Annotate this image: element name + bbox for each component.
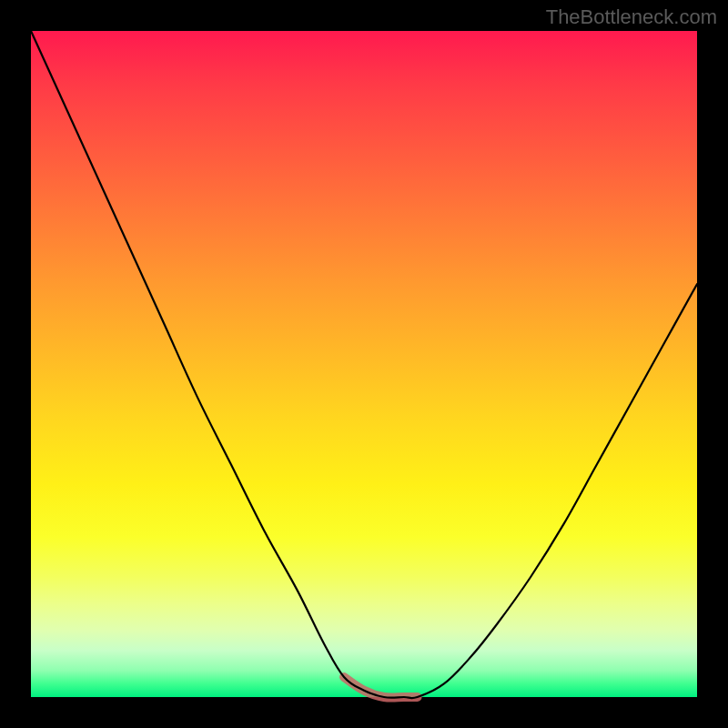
bottleneck-curve xyxy=(31,31,697,698)
plot-area xyxy=(31,31,697,697)
watermark-text: TheBottleneck.com xyxy=(546,5,717,29)
curve-svg xyxy=(31,31,697,697)
chart-container: { "watermark": "TheBottleneck.com", "col… xyxy=(0,0,728,728)
optimal-highlight-curve xyxy=(344,677,418,698)
